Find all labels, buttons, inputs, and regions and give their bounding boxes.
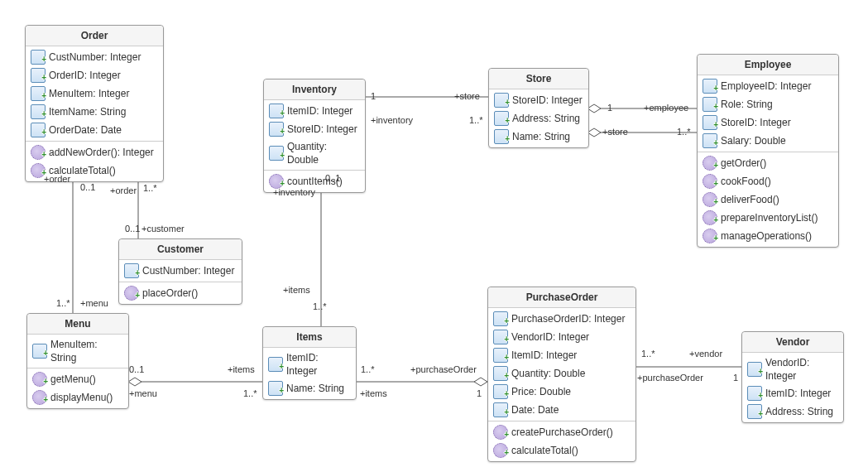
attribute-icon	[493, 366, 508, 381]
attribute-text: OrderDate: Date	[49, 123, 122, 137]
assoc-label: 0..1	[125, 224, 140, 234]
attribute-text: OrderID: Integer	[49, 69, 121, 82]
attribute-icon	[747, 404, 762, 419]
operation-icon	[703, 174, 717, 189]
attribute-icon	[494, 129, 509, 144]
attribute-text: ItemID: Integer	[765, 387, 831, 400]
attribute-text: VendorID: Integer	[765, 356, 838, 383]
attribute-text: Address: String	[512, 112, 580, 125]
attribute-text: ItemName: String	[49, 105, 126, 118]
attribute-icon	[31, 86, 46, 101]
attribute-icon	[747, 386, 762, 401]
attribute-text: Address: String	[765, 405, 833, 418]
assoc-label: 1	[477, 388, 482, 398]
assoc-label: 1..*	[361, 364, 375, 374]
assoc-label: 1	[607, 103, 612, 113]
attribute-icon	[31, 104, 46, 119]
attribute-text: PurchaseOrderID: Integer	[511, 312, 625, 325]
class-purchase-order[interactable]: PurchaseOrder PurchaseOrderID: Integer V…	[487, 287, 636, 462]
attribute-icon	[31, 50, 46, 65]
assoc-label: +items	[283, 285, 310, 295]
assoc-label: 1..*	[313, 301, 327, 311]
assoc-label: +menu	[80, 298, 108, 308]
assoc-label: +order	[110, 185, 137, 195]
assoc-label: +items	[228, 364, 255, 374]
operation-icon	[703, 210, 717, 225]
operation-icon	[124, 286, 139, 301]
class-vendor[interactable]: Vendor VendorID: Integer ItemID: Integer…	[741, 331, 844, 423]
assoc-label: 1..*	[677, 127, 691, 137]
attribute-icon	[269, 122, 284, 137]
class-title: Menu	[27, 314, 128, 335]
attribute-icon	[31, 123, 46, 137]
operation-icon	[32, 390, 47, 405]
attribute-text: CustNumber: Integer	[142, 264, 234, 277]
attribute-icon	[268, 357, 283, 372]
attribute-text: Role: String	[721, 98, 773, 111]
assoc-label: +inventory	[371, 115, 413, 125]
assoc-label: 1..*	[469, 115, 483, 125]
assoc-label: 1..*	[56, 298, 70, 308]
attribute-icon	[493, 384, 508, 399]
operation-text: calculateTotal()	[511, 444, 578, 457]
attribute-text: Date: Date	[511, 403, 559, 417]
attribute-icon	[124, 263, 139, 278]
operation-text: addNewOrder(): Integer	[49, 146, 154, 159]
attribute-text: ItemID: Integer	[511, 349, 577, 362]
class-employee[interactable]: Employee EmployeeID: Integer Role: Strin…	[697, 54, 839, 248]
assoc-label: +employee	[644, 103, 688, 113]
operation-icon	[32, 372, 47, 387]
attribute-icon	[269, 104, 284, 118]
assoc-label: 1..*	[143, 183, 157, 193]
attribute-text: StoreID: Integer	[721, 116, 791, 129]
attribute-icon	[493, 402, 508, 417]
class-order[interactable]: Order CustNumber: Integer OrderID: Integ…	[25, 25, 164, 182]
assoc-label: +store	[454, 91, 480, 101]
attribute-icon	[32, 344, 47, 359]
attribute-icon	[493, 330, 508, 344]
assoc-label: 1..*	[641, 349, 655, 359]
operation-text: displayMenu()	[50, 391, 113, 404]
assoc-label: 1..*	[243, 388, 257, 398]
operation-icon	[31, 145, 46, 160]
assoc-label: +purchaseOrder	[410, 364, 477, 374]
class-title: Vendor	[742, 332, 843, 353]
attribute-icon	[494, 93, 509, 108]
attribute-text: VendorID: Integer	[511, 330, 589, 344]
class-menu[interactable]: Menu MenuItem: String getMenu() displayM…	[26, 313, 129, 409]
operation-text: calculateTotal()	[49, 164, 116, 177]
class-inventory[interactable]: Inventory ItemID: Integer StoreID: Integ…	[263, 79, 366, 193]
operation-icon	[703, 229, 717, 243]
class-title: Store	[489, 69, 588, 89]
operation-text: deliverFood()	[721, 193, 779, 206]
operation-text: createPurchaseOrder()	[511, 426, 613, 439]
class-items[interactable]: Items ItemID: Integer Name: String	[262, 326, 357, 400]
attribute-text: MenuItem: Integer	[49, 87, 129, 100]
class-title: Inventory	[264, 79, 365, 100]
operation-icon	[493, 425, 508, 440]
attribute-icon	[703, 97, 717, 112]
assoc-label: +store	[602, 127, 628, 137]
attribute-text: Price: Double	[511, 385, 571, 398]
operation-icon	[31, 163, 46, 178]
class-title: Order	[26, 26, 163, 46]
operation-text: placeOrder()	[142, 287, 198, 300]
attribute-text: Name: String	[512, 130, 570, 143]
class-customer[interactable]: Customer CustNumber: Integer placeOrder(…	[118, 238, 242, 305]
attribute-icon	[269, 146, 284, 161]
attribute-text: StoreID: Integer	[287, 123, 357, 136]
assoc-label: +menu	[129, 388, 157, 398]
assoc-label: 0..1	[129, 364, 144, 374]
class-title: Employee	[698, 55, 838, 75]
operation-text: cookFood()	[721, 175, 771, 188]
class-store[interactable]: Store StoreID: Integer Address: String N…	[488, 68, 589, 148]
assoc-label: 1	[371, 91, 376, 101]
class-title: Customer	[119, 239, 242, 260]
assoc-label: +purchaseOrder	[637, 373, 703, 383]
attribute-text: Quantity: Double	[511, 367, 585, 380]
attribute-text: CustNumber: Integer	[49, 51, 141, 64]
attribute-icon	[747, 362, 762, 377]
attribute-icon	[703, 79, 717, 94]
attribute-icon	[494, 111, 509, 126]
operation-icon	[493, 443, 508, 458]
